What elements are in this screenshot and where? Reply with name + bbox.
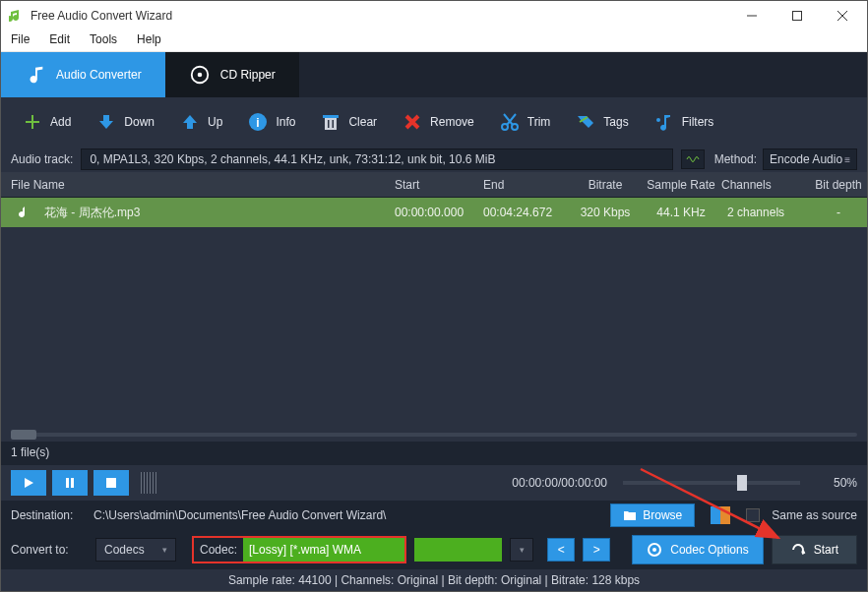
svg-point-5 <box>197 73 202 78</box>
filter-icon <box>654 112 674 132</box>
audio-track-row: Audio track: 0, MPA1L3, 320 Kbps, 2 chan… <box>1 147 867 172</box>
music-file-icon <box>1 205 44 220</box>
slider-thumb[interactable] <box>737 475 747 491</box>
plus-icon <box>23 112 42 132</box>
clear-button[interactable]: Clear <box>321 112 377 132</box>
tab-label: Audio Converter <box>56 68 142 82</box>
table-header: File Name Start End Bitrate Sample Rate … <box>1 172 867 198</box>
codec-label: Codec: <box>194 538 243 562</box>
col-sample[interactable]: Sample Rate <box>641 178 721 192</box>
toolbar: Add Down Up iInfo Clear Remove Trim Tags… <box>1 97 867 147</box>
filters-button[interactable]: Filters <box>654 112 714 132</box>
next-codec-button[interactable]: > <box>583 538 610 562</box>
folder-icon <box>623 509 637 521</box>
grip-icon[interactable] <box>141 472 158 494</box>
codec-group-select[interactable]: Codecs▾ <box>95 538 176 562</box>
app-logo-icon <box>9 8 25 24</box>
trim-button[interactable]: Trim <box>500 112 551 132</box>
col-end[interactable]: End <box>483 178 570 192</box>
refresh-icon <box>790 542 806 558</box>
trash-icon <box>321 112 341 132</box>
status-bar: Sample rate: 44100 | Channels: Original … <box>1 569 867 591</box>
audio-track-value[interactable]: 0, MPA1L3, 320 Kbps, 2 channels, 44.1 KH… <box>81 148 672 170</box>
svg-rect-1 <box>793 12 802 21</box>
color-swatch-icon[interactable] <box>711 506 730 524</box>
col-depth[interactable]: Bit depth <box>810 178 867 192</box>
down-button[interactable]: Down <box>96 112 155 132</box>
stop-button[interactable] <box>93 470 129 496</box>
same-as-source-checkbox[interactable] <box>746 508 760 522</box>
scroll-thumb[interactable] <box>11 430 36 440</box>
pause-button[interactable] <box>52 470 88 496</box>
destination-path[interactable]: C:\Users\admin\Documents\Free Audio Conv… <box>93 508 604 522</box>
player-controls: 00:00:00/00:00:00 50% <box>1 465 867 501</box>
scissors-icon <box>500 112 520 132</box>
destination-row: Destination: C:\Users\admin\Documents\Fr… <box>1 501 867 530</box>
convert-to-label: Convert to: <box>11 543 88 557</box>
method-label: Method: <box>714 152 757 166</box>
svg-rect-10 <box>333 120 335 128</box>
arrow-up-icon <box>180 112 200 132</box>
gear-icon <box>647 542 662 558</box>
cell-filename: 花海 - 周杰伦.mp3 <box>44 205 395 221</box>
tab-cd-ripper[interactable]: CD Ripper <box>165 52 299 97</box>
music-note-icon <box>25 64 46 86</box>
codec-value[interactable]: [Lossy] [*.wma] WMA <box>243 538 404 562</box>
play-button[interactable] <box>11 470 46 496</box>
prev-codec-button[interactable]: < <box>547 538 575 562</box>
svg-rect-8 <box>323 115 339 118</box>
convert-row: Convert to: Codecs▾ Codec: [Lossy] [*.wm… <box>1 530 867 569</box>
cell-end: 00:04:24.672 <box>483 206 570 219</box>
codec-dropdown-button[interactable]: ▾ <box>510 538 533 562</box>
menu-edit[interactable]: Edit <box>45 30 74 48</box>
maximize-button[interactable] <box>775 1 820 30</box>
col-bitrate[interactable]: Bitrate <box>570 178 641 192</box>
codec-highlight-box: Codec: [Lossy] [*.wma] WMA <box>192 536 406 563</box>
browse-button[interactable]: Browse <box>610 503 695 527</box>
file-count: 1 file(s) <box>1 442 867 465</box>
codec-options-button[interactable]: Codec Options <box>632 535 763 564</box>
h-scrollbar[interactable] <box>1 428 867 442</box>
audio-track-label: Audio track: <box>11 152 73 166</box>
tab-audio-converter[interactable]: Audio Converter <box>1 52 165 97</box>
up-button[interactable]: Up <box>180 112 222 132</box>
cell-channels: 2 channels <box>721 206 810 219</box>
close-button[interactable] <box>820 1 865 30</box>
remove-button[interactable]: Remove <box>403 112 474 132</box>
svg-rect-15 <box>71 478 74 488</box>
x-icon <box>403 112 422 132</box>
col-filename[interactable]: File Name <box>1 178 395 192</box>
menu-file[interactable]: File <box>7 30 33 48</box>
titlebar: Free Audio Convert Wizard <box>1 1 867 30</box>
table-row[interactable]: 花海 - 周杰伦.mp3 00:00:00.000 00:04:24.672 3… <box>1 198 867 227</box>
start-button[interactable]: Start <box>772 535 857 564</box>
destination-label: Destination: <box>11 508 88 522</box>
minimize-button[interactable] <box>729 1 775 30</box>
cell-start: 00:00:00.000 <box>395 206 483 219</box>
info-button[interactable]: iInfo <box>248 112 295 132</box>
cell-depth: - <box>810 206 867 219</box>
progress-slider[interactable] <box>623 481 800 485</box>
cell-bitrate: 320 Kbps <box>570 206 641 219</box>
svg-rect-9 <box>328 120 330 128</box>
window-title: Free Audio Convert Wizard <box>31 9 729 23</box>
add-button[interactable]: Add <box>23 112 71 132</box>
play-time: 00:00:00/00:00:00 <box>512 476 607 490</box>
svg-point-13 <box>656 118 660 122</box>
menu-tools[interactable]: Tools <box>86 30 121 48</box>
tag-icon <box>576 112 595 132</box>
svg-rect-14 <box>66 478 69 488</box>
wave-button[interactable] <box>681 149 705 169</box>
svg-rect-16 <box>106 478 116 488</box>
disc-icon <box>189 64 211 86</box>
info-icon: i <box>248 112 268 132</box>
menu-help[interactable]: Help <box>133 30 165 48</box>
col-channels[interactable]: Channels <box>721 178 810 192</box>
svg-text:i: i <box>257 116 260 130</box>
file-list[interactable]: 花海 - 周杰伦.mp3 00:00:00.000 00:04:24.672 3… <box>1 198 867 428</box>
svg-point-18 <box>652 548 656 552</box>
col-start[interactable]: Start <box>395 178 483 192</box>
codec-bar-extension[interactable] <box>414 538 502 562</box>
method-select[interactable]: Encode Audio≡ <box>763 148 857 170</box>
tags-button[interactable]: Tags <box>576 112 628 132</box>
